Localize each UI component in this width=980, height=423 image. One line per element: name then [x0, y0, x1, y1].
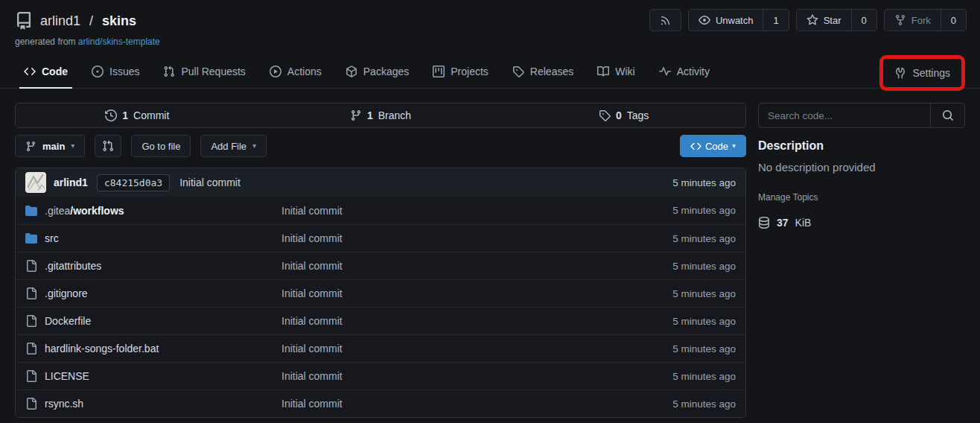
- file-name-link[interactable]: .gitignore: [45, 287, 88, 299]
- code-search-box: [758, 103, 965, 128]
- history-icon: [105, 109, 117, 121]
- commit-message-link[interactable]: Initial commit: [179, 176, 241, 188]
- go-to-file-button[interactable]: Go to file: [131, 135, 191, 157]
- forks-count[interactable]: 0: [941, 10, 966, 31]
- caret-down-icon: ▾: [252, 142, 256, 150]
- file-list: .gitea/workflows Initial commit 5 minute…: [16, 197, 745, 417]
- file-commit-time: 5 minutes ago: [672, 371, 736, 382]
- compare-button[interactable]: [95, 135, 121, 157]
- search-button[interactable]: [930, 104, 964, 127]
- manage-topics-link[interactable]: Manage Topics: [758, 192, 818, 203]
- file-name-cell: hardlink-songs-folder.bat: [25, 343, 281, 354]
- tab-packages[interactable]: Packages: [337, 54, 418, 88]
- unwatch-button[interactable]: Unwatch: [689, 10, 763, 31]
- file-name-cell: .gitignore: [25, 287, 281, 299]
- fork-button[interactable]: Fork: [885, 10, 941, 31]
- repo-name-link[interactable]: skins: [102, 13, 136, 29]
- branches-count: 1: [367, 109, 373, 121]
- unwatch-label: Unwatch: [716, 15, 754, 26]
- commits-label: Commit: [133, 109, 169, 121]
- pull-request-icon: [163, 66, 175, 77]
- fork-button-group: Fork 0: [884, 9, 967, 31]
- page: { "header": { "owner": "arlind1", "separ…: [0, 0, 980, 423]
- code-icon: [24, 66, 36, 77]
- file-commit-message[interactable]: Initial commit: [281, 315, 672, 327]
- tab-actions[interactable]: Actions: [261, 54, 331, 88]
- pulse-icon: [659, 66, 671, 77]
- content: 1 Commit 1 Branch 0 Tags main ▾: [0, 89, 980, 418]
- tab-wiki[interactable]: Wiki: [588, 54, 643, 88]
- tab-actions-label: Actions: [287, 66, 322, 77]
- star-icon: [806, 14, 818, 26]
- file-icon: [25, 315, 37, 327]
- star-button-group: Star 0: [796, 9, 877, 31]
- commits-count: 1: [122, 109, 128, 121]
- main-column: 1 Commit 1 Branch 0 Tags main ▾: [15, 103, 746, 418]
- star-label: Star: [824, 15, 841, 26]
- file-commit-message[interactable]: Initial commit: [281, 398, 672, 410]
- file-name-link[interactable]: src: [45, 232, 59, 244]
- tab-releases[interactable]: Releases: [503, 54, 582, 88]
- file-commit-time: 5 minutes ago: [672, 316, 736, 327]
- tags-count: 0: [616, 109, 622, 121]
- file-commit-time: 5 minutes ago: [672, 398, 736, 410]
- tab-code[interactable]: Code: [15, 54, 77, 88]
- rss-icon: [660, 15, 671, 26]
- tab-settings[interactable]: Settings: [887, 67, 958, 79]
- commit-author-link[interactable]: arlind1: [54, 176, 88, 188]
- tags-stat[interactable]: 0 Tags: [502, 109, 745, 121]
- settings-highlight-annotation: Settings: [879, 55, 965, 91]
- commits-stat[interactable]: 1 Commit: [16, 109, 259, 121]
- code-icon: [690, 141, 701, 152]
- watch-button-group: Unwatch 1: [688, 9, 789, 31]
- code-download-button[interactable]: Code ▾: [680, 135, 746, 157]
- file-name-link[interactable]: .gitea/workflows: [45, 205, 124, 217]
- tab-issues[interactable]: Issues: [83, 54, 148, 88]
- file-row: rsync.sh Initial commit 5 minutes ago: [16, 389, 745, 417]
- branch-selector[interactable]: main ▾: [15, 135, 85, 157]
- add-file-button[interactable]: Add File ▾: [200, 135, 267, 157]
- file-name-link[interactable]: Dockerfile: [45, 315, 91, 327]
- tab-projects[interactable]: Projects: [424, 54, 497, 88]
- rss-button[interactable]: [650, 10, 681, 31]
- tag-icon: [599, 109, 611, 121]
- file-name-link[interactable]: rsync.sh: [45, 398, 83, 410]
- repo-size-value: 37: [777, 217, 789, 229]
- star-button[interactable]: Star: [797, 10, 851, 31]
- file-name-cell: src: [25, 232, 281, 244]
- repo-tab-bar: Code Issues Pull Requests Actions Packag…: [0, 54, 980, 89]
- file-commit-message[interactable]: Initial commit: [281, 343, 672, 354]
- file-commit-message[interactable]: Initial commit: [281, 370, 672, 382]
- file-name-link[interactable]: .gitattributes: [45, 260, 101, 272]
- issue-icon: [92, 66, 104, 77]
- commit-sha-link[interactable]: c84215d0a3: [97, 174, 170, 191]
- file-commit-message[interactable]: Initial commit: [281, 205, 672, 217]
- repo-stats-bar: 1 Commit 1 Branch 0 Tags: [15, 103, 746, 128]
- branches-label: Branch: [378, 109, 411, 121]
- tab-projects-label: Projects: [451, 66, 489, 77]
- file-row: .gitattributes Initial commit 5 minutes …: [16, 252, 745, 279]
- template-repo-link[interactable]: arlind/skins-template: [78, 36, 160, 47]
- latest-commit-row: arlind1 c84215d0a3 Initial commit 5 minu…: [16, 168, 745, 197]
- file-name-link[interactable]: hardlink-songs-folder.bat: [45, 343, 159, 354]
- file-name-link[interactable]: LICENSE: [45, 370, 89, 382]
- file-icon: [25, 287, 37, 299]
- file-icon: [25, 343, 37, 354]
- file-commit-time: 5 minutes ago: [672, 261, 736, 272]
- file-commit-message[interactable]: Initial commit: [281, 260, 672, 272]
- tab-pull-requests[interactable]: Pull Requests: [154, 54, 254, 88]
- tab-wiki-label: Wiki: [615, 66, 634, 77]
- file-commit-message[interactable]: Initial commit: [281, 287, 672, 299]
- repo-owner-link[interactable]: arlind1: [40, 13, 80, 29]
- tab-activity[interactable]: Activity: [650, 54, 719, 88]
- file-commit-message[interactable]: Initial commit: [281, 232, 672, 244]
- generated-from: generated from arlind/skins-template: [15, 36, 965, 47]
- branches-stat[interactable]: 1 Branch: [259, 109, 503, 121]
- avatar[interactable]: [25, 172, 46, 193]
- stars-count[interactable]: 0: [851, 10, 876, 31]
- watchers-count[interactable]: 1: [763, 10, 788, 31]
- sidebar: Description No description provided Mana…: [758, 103, 965, 229]
- branch-selector-label: main: [42, 141, 65, 152]
- search-input[interactable]: [759, 104, 930, 127]
- file-name-cell: .gitea/workflows: [25, 205, 281, 217]
